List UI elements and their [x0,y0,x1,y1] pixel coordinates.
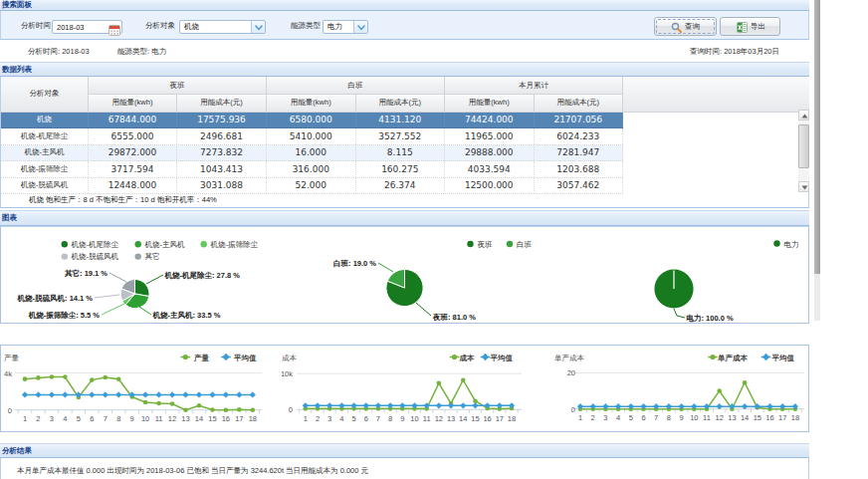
scroll-up-icon[interactable] [798,110,809,120]
table-row[interactable]: 机烧-振筛除尘3717.5941043.413316.000160.275403… [1,161,623,178]
data-point [223,391,229,397]
legend-dot [62,253,68,259]
data-point [115,391,121,397]
table-row[interactable]: 机烧-主风机29872.0007273.83216.0008.11529888.… [1,145,623,162]
group-header[interactable]: 本月累计 [445,77,623,95]
value-cell: 3717.594 [89,161,177,177]
legend-label: 产量 [193,354,210,362]
pie-label-line [102,303,126,315]
value-cell: 6024.233 [535,128,624,144]
column-header-object[interactable]: 分析对象 [1,77,89,113]
x-tick-label: 5 [77,414,81,423]
value-cell: 4033.594 [445,161,535,177]
data-list-header: 数据列表 [0,62,809,77]
column-header[interactable]: 用能成本(元) [535,95,624,113]
series-line [306,380,512,409]
value-cell: 6555.000 [89,128,177,144]
value-cell: 5410.000 [267,128,356,144]
x-tick-label: 2 [591,413,595,422]
x-tick-label: 16 [765,413,773,422]
x-tick-label: 4 [63,414,67,423]
scroll-down-icon[interactable] [798,181,809,192]
column-header[interactable]: 用能成本(元) [356,95,446,113]
analysis-object-label: 分析对象 [144,21,175,31]
column-header-filler[interactable] [623,77,809,113]
pie-label-line [139,307,151,315]
legend-dot [135,241,141,247]
value-cell: 316.000 [267,161,356,177]
export-button-label: 导出 [751,22,765,32]
table-row[interactable]: 机烧-脱硫风机12448.0003031.08852.00026.3741250… [1,178,623,195]
data-point [363,402,369,408]
analysis-result-text: 本月单产成本最佳值 0.000 出现时间为 2018-03-06 已饱和 当日产… [17,466,368,476]
calendar-icon[interactable] [108,22,120,33]
group-header[interactable]: 白班 [267,77,445,95]
data-point [338,402,344,408]
energy-type-select[interactable]: 电力 [323,20,368,34]
row-object-cell: 机烧 [1,113,89,128]
chevron-down-icon[interactable] [251,21,265,33]
pie-label: 机烧-脱硫风机: 14.1 % [17,294,94,303]
table-row[interactable]: 机烧67844.00017575.9366580.0004131.1207442… [1,113,623,129]
x-tick-label: 6 [90,414,94,423]
analysis-object-select[interactable]: 机烧 [179,20,266,34]
grid-scrollbar-thumb[interactable] [798,124,809,168]
page-scrollbar-thumb[interactable] [814,0,820,274]
x-tick-label: 2 [316,414,320,423]
data-point [23,376,28,381]
x-tick-label: 11 [155,414,163,423]
table-row[interactable]: 机烧-机尾除尘6555.0002496.6815410.0003527.5521… [1,128,623,145]
column-header[interactable]: 用能量(kwh) [267,95,356,113]
series-line [580,382,795,408]
row-object-cell: 机烧-主风机 [1,145,89,161]
energy-type-label: 能源类型 [290,21,321,31]
data-point [743,380,748,385]
data-point [399,402,405,408]
chart-title: 成本 [282,354,298,362]
value-cell: 3527.552 [356,128,446,144]
x-tick-label: 15 [471,414,479,423]
x-tick-label: 10 [141,414,149,423]
data-point [49,391,55,397]
export-button[interactable]: 导出 [720,17,780,36]
chart-section-header: 图表 [0,210,809,226]
page-scrollbar[interactable] [814,0,820,321]
column-header[interactable]: 用能成本(元) [177,95,267,113]
x-tick-label: 8 [667,413,671,422]
value-cell: 1043.413 [177,161,267,177]
value-cell: 17575.936 [177,113,267,128]
x-tick-label: 10 [410,414,418,423]
value-cell: 52.000 [267,178,356,194]
analysis-time-field[interactable]: 2018-03 [52,20,122,34]
legend-label: 单产成本 [717,354,749,362]
x-tick-label: 3 [327,414,331,423]
legend-marker [183,355,188,359]
value-cell: 7281.947 [535,145,624,161]
data-point [387,402,393,408]
pie-label-line [416,303,431,316]
x-tick-label: 9 [400,414,404,423]
data-point [89,391,95,397]
data-point [22,391,28,397]
value-cell: 26.374 [356,178,446,194]
chevron-down-icon[interactable] [353,21,367,33]
group-header[interactable]: 夜班 [89,77,267,95]
legend-dot [201,241,207,247]
grid-scrollbar[interactable] [798,110,809,192]
line-charts-svg: 产量产量平均值04k123456789101112131415161718成本成… [1,346,808,431]
data-point [169,391,175,397]
search-form: 分析时间 2018-03 分析对象 机烧 能源类型 电力 [0,11,809,40]
data-point [209,391,215,397]
value-cell: 160.275 [356,161,446,177]
value-cell: 29872.000 [89,145,177,161]
x-tick-label: 16 [222,414,230,423]
column-header[interactable]: 用能量(kwh) [89,95,177,113]
series-line [25,376,253,409]
column-header[interactable]: 用能量(kwh) [445,95,535,113]
value-cell: 12500.000 [445,178,535,194]
query-button[interactable]: 查询 [654,17,717,36]
search-panel-title: 搜索面板 [2,0,32,10]
legend-label: 平均值 [233,354,257,362]
data-point [103,375,108,380]
legend-label: 平均值 [490,354,514,362]
